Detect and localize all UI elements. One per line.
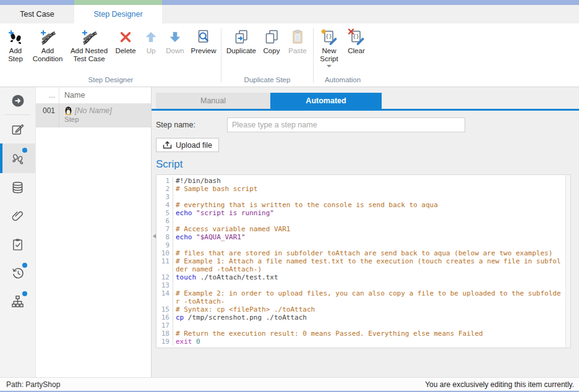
code-line: 6 xyxy=(157,217,570,225)
app-window: Test Case Step Designer xyxy=(0,0,579,392)
svg-text:{}: {} xyxy=(325,33,332,40)
code-line: 18# Return the execution result: 0 means… xyxy=(157,330,570,338)
column-header-dots[interactable]: ... xyxy=(36,87,59,103)
rail-item-edit[interactable] xyxy=(0,115,35,143)
clear-button[interactable]: {} Clear xyxy=(343,26,370,56)
script-code-editor[interactable]: 1#!/bin/bash2# Sample bash script3 4# ev… xyxy=(156,174,571,348)
code-line: 9 xyxy=(157,241,570,249)
status-bar: Path: PartyShop You are exclusively edit… xyxy=(0,377,579,392)
code-line: 2# Sample bash script xyxy=(157,185,570,193)
new-script-button[interactable]: {} NewScript xyxy=(315,26,343,69)
editor-scrollbar[interactable] xyxy=(565,175,570,347)
add-step-button[interactable]: AddStep xyxy=(2,26,28,64)
line-number: 15 xyxy=(157,305,173,313)
upload-file-label: Upload file xyxy=(176,141,212,150)
line-number: 7 xyxy=(157,225,173,233)
code-line: 12touch ./toAttach/test.txt xyxy=(157,273,570,281)
add-nested-test-case-button[interactable]: Add NestedTest Case xyxy=(67,26,111,64)
code-text: # Example 2: in order to upload files, y… xyxy=(176,289,562,305)
rail-item-collapse[interactable] xyxy=(0,87,35,114)
code-text: # Example 1: Attach a file named test.tx… xyxy=(176,257,562,273)
strip-segment-blue xyxy=(162,0,579,5)
code-text: cp /tmp/screnshot.png ./toAttach xyxy=(176,313,562,322)
ribbon-separator xyxy=(221,28,221,83)
ribbon-separator xyxy=(313,28,314,83)
code-text: exit 0 xyxy=(176,338,562,346)
code-line: 10# files that are stored in subfolder t… xyxy=(157,249,570,257)
code-text: # Access variable named VAR1 xyxy=(176,225,562,233)
preview-icon xyxy=(195,27,212,47)
paste-icon xyxy=(290,27,306,47)
sitemap-icon xyxy=(11,294,25,309)
active-tab-underline xyxy=(152,109,579,111)
upload-icon xyxy=(163,141,172,149)
code-text: echo "script is running" xyxy=(176,209,562,217)
line-number: 18 xyxy=(157,330,173,338)
ribbon: AddStep AddCondition xyxy=(0,23,579,87)
rail-item-attachments[interactable] xyxy=(0,202,35,230)
step-name-input[interactable] xyxy=(227,117,465,132)
tab-manual[interactable]: Manual xyxy=(156,93,270,109)
code-line: 3 xyxy=(157,193,570,201)
arrow-circle-icon xyxy=(11,93,25,108)
strip-segment-green xyxy=(74,0,162,5)
column-header-name[interactable]: Name xyxy=(59,91,151,100)
top-accent-strip xyxy=(0,0,579,5)
script-heading: Script xyxy=(156,158,579,171)
add-step-icon xyxy=(7,27,24,47)
status-path: Path: PartyShop xyxy=(6,380,60,389)
group-label-automation: Automation xyxy=(315,75,370,87)
line-number: 10 xyxy=(157,249,173,257)
tab-automated[interactable]: Automated xyxy=(270,93,382,109)
code-text: touch ./toAttach/test.txt xyxy=(176,273,562,281)
up-button[interactable]: Up xyxy=(140,26,162,56)
add-condition-button[interactable]: AddCondition xyxy=(28,26,67,64)
rail-item-history[interactable] xyxy=(0,258,35,287)
upload-file-button[interactable]: Upload file xyxy=(156,138,219,152)
step-type: Step xyxy=(64,116,151,123)
code-line: 14# Example 2: in order to upload files,… xyxy=(157,289,570,305)
duplicate-button[interactable]: Duplicate xyxy=(223,26,259,56)
mode-tabs: Manual Automated xyxy=(156,93,579,109)
line-number: 14 xyxy=(157,289,173,305)
down-arrow-icon xyxy=(167,27,183,47)
new-script-dropdown-caret[interactable] xyxy=(327,65,332,67)
down-button[interactable]: Down xyxy=(162,26,188,56)
line-number: 17 xyxy=(157,322,173,330)
copy-icon xyxy=(264,27,280,47)
copy-button[interactable]: Copy xyxy=(259,26,284,56)
history-icon xyxy=(11,266,25,280)
rail-item-hierarchy[interactable] xyxy=(0,287,35,315)
duplicate-icon xyxy=(233,27,250,47)
paste-button[interactable]: Paste xyxy=(284,26,311,56)
rail-item-data[interactable] xyxy=(0,173,35,202)
tab-test-case[interactable]: Test Case xyxy=(0,5,74,23)
tab-step-designer[interactable]: Step Designer xyxy=(74,5,162,23)
line-number: 6 xyxy=(157,217,173,225)
line-number: 8 xyxy=(157,233,173,241)
step-name: [No Name] xyxy=(75,106,112,115)
code-line: 8echo "$AQUA_VAR1" xyxy=(157,233,570,241)
notification-dot xyxy=(22,263,27,268)
main-region: ... Name 001 xyxy=(0,87,579,377)
ribbon-group-duplicate-step: Duplicate Copy xyxy=(223,26,311,87)
step-row-001[interactable]: 001 xyxy=(36,104,151,127)
rail-item-tasks[interactable] xyxy=(0,230,35,258)
code-text: # Return the execution result: 0 means P… xyxy=(176,330,562,338)
document-tabbar: Test Case Step Designer xyxy=(0,5,579,23)
code-text: echo "$AQUA_VAR1" xyxy=(176,233,562,241)
preview-button[interactable]: Preview xyxy=(188,26,219,56)
clear-script-icon: {} xyxy=(348,27,365,47)
rail-item-steps[interactable] xyxy=(0,143,35,173)
ribbon-group-step-designer: AddStep AddCondition xyxy=(2,26,219,87)
linux-penguin-icon xyxy=(64,106,72,115)
status-edit-message: You are exclusively editing this item cu… xyxy=(425,380,574,389)
delete-button[interactable]: Delete xyxy=(111,26,140,56)
up-arrow-icon xyxy=(143,27,159,47)
code-text: # Syntax: cp <filePath> ./toAttach xyxy=(176,305,562,313)
code-line: 19exit 0 xyxy=(157,338,570,346)
ribbon-group-automation: {} NewScript {} xyxy=(315,26,370,87)
code-line: 11# Example 1: Attach a file named test.… xyxy=(157,257,570,273)
line-number: 3 xyxy=(157,193,173,201)
code-line: 4# everything that is written to the con… xyxy=(157,201,570,209)
